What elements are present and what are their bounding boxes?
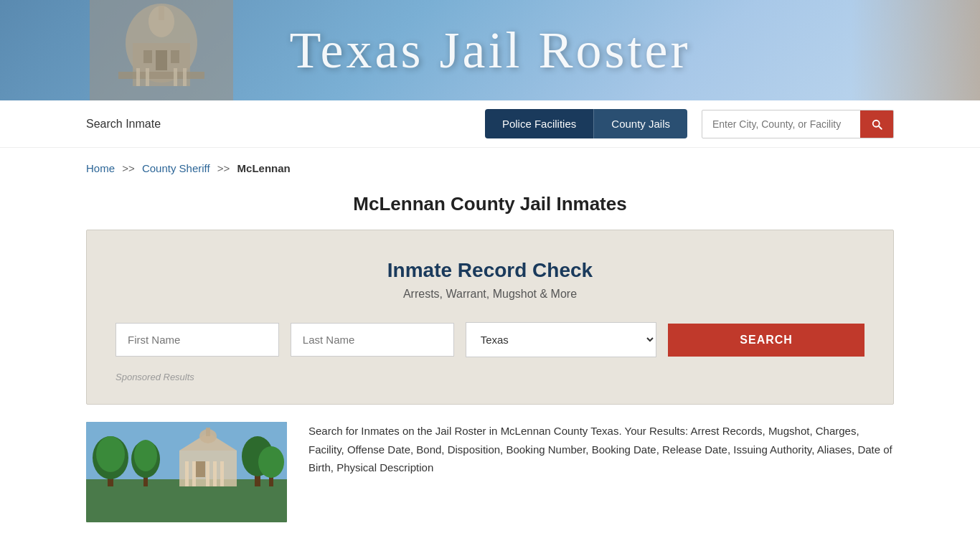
svg-rect-27 xyxy=(206,461,209,486)
svg-point-18 xyxy=(96,436,125,472)
svg-rect-29 xyxy=(220,461,224,486)
record-check-subtitle: Arrests, Warrant, Mugshot & More xyxy=(116,288,864,301)
bottom-section: Search for Inmates on the Jail Roster in… xyxy=(0,422,980,522)
breadcrumb-sep2: >> xyxy=(217,162,230,174)
facility-search-input[interactable] xyxy=(702,111,860,137)
header-banner: Texas Jail Roster xyxy=(0,0,980,100)
record-check-form: AlabamaAlaskaArizonaArkansasCaliforniaCo… xyxy=(116,322,864,357)
search-inmate-label: Search Inmate xyxy=(86,118,471,131)
record-search-button[interactable]: SEARCH xyxy=(668,324,864,357)
breadcrumb-home[interactable]: Home xyxy=(86,162,115,174)
record-check-box: Inmate Record Check Arrests, Warrant, Mu… xyxy=(86,230,894,405)
svg-point-21 xyxy=(134,440,157,471)
county-image xyxy=(86,422,287,522)
breadcrumb-sep1: >> xyxy=(122,162,135,174)
breadcrumb-county-sheriff[interactable]: County Sheriff xyxy=(142,162,210,174)
capitol-illustration xyxy=(90,0,233,100)
facility-search-wrapper xyxy=(702,110,894,138)
first-name-input[interactable] xyxy=(116,323,279,357)
svg-rect-26 xyxy=(192,461,196,486)
svg-rect-24 xyxy=(195,461,205,477)
site-title: Texas Jail Roster xyxy=(290,21,691,80)
search-icon xyxy=(870,118,883,131)
breadcrumb: Home >> County Sheriff >> McLennan xyxy=(0,148,980,182)
svg-rect-13 xyxy=(90,0,233,100)
facility-search-button[interactable] xyxy=(860,110,893,138)
last-name-input[interactable] xyxy=(291,323,454,357)
keys-decoration xyxy=(851,0,980,100)
svg-rect-28 xyxy=(213,461,217,486)
bottom-description: Search for Inmates on the Jail Roster in… xyxy=(308,422,894,522)
breadcrumb-current: McLennan xyxy=(237,162,291,174)
svg-rect-31 xyxy=(206,428,210,436)
nav-buttons: Police Facilities County Jails xyxy=(485,109,687,138)
page-title: McLennan County Jail Inmates xyxy=(0,182,980,230)
state-select[interactable]: AlabamaAlaskaArizonaArkansasCaliforniaCo… xyxy=(466,322,657,357)
svg-rect-25 xyxy=(185,461,189,486)
county-jails-button[interactable]: County Jails xyxy=(593,109,687,138)
navbar: Search Inmate Police Facilities County J… xyxy=(0,100,980,148)
record-check-title: Inmate Record Check xyxy=(116,259,864,282)
svg-point-35 xyxy=(258,446,284,478)
sponsored-label: Sponsored Results xyxy=(116,372,864,382)
police-facilities-button[interactable]: Police Facilities xyxy=(485,109,593,138)
